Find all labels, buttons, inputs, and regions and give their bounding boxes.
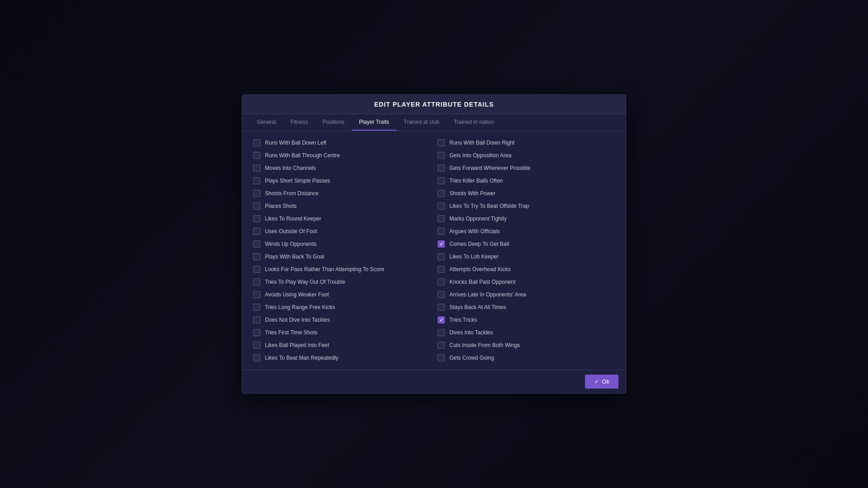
trait-item-tries_tricks[interactable]: Tries Tricks bbox=[434, 314, 618, 326]
trait-item-attempts_overhead[interactable]: Attempts Overhead Kicks bbox=[434, 263, 618, 276]
trait-label-looks_for_pass: Looks For Pass Rather Than Attempting To… bbox=[265, 266, 384, 272]
trait-label-likes_ball_feet: Likes Ball Played Into Feet bbox=[265, 342, 329, 348]
checkbox-runs_ball_right[interactable] bbox=[438, 139, 445, 146]
trait-item-uses_outside_foot[interactable]: Uses Outside Of Foot bbox=[250, 225, 434, 238]
modal-tabs: General Fitness Positions Player Traits … bbox=[242, 114, 626, 131]
checkbox-likes_offside_trap[interactable] bbox=[438, 202, 445, 210]
tab-trained-club[interactable]: Trained at club bbox=[396, 114, 447, 131]
checkbox-likes_lob_keeper[interactable] bbox=[438, 253, 445, 260]
modal-footer: ✓ Ok bbox=[242, 370, 626, 393]
tab-fitness[interactable]: Fitness bbox=[283, 114, 316, 131]
trait-item-marks_tightly[interactable]: Marks Opponent Tightly bbox=[434, 212, 618, 225]
checkbox-cuts_inside[interactable] bbox=[438, 342, 445, 349]
trait-item-places_shots[interactable]: Places Shots bbox=[250, 200, 434, 212]
trait-item-tries_first_time[interactable]: Tries First Time Shots bbox=[250, 326, 434, 339]
checkbox-argues_officials[interactable] bbox=[438, 228, 445, 235]
trait-item-likes_offside_trap[interactable]: Likes To Try To Beat Offside Trap bbox=[434, 200, 618, 212]
trait-label-plays_short_passes: Plays Short Simple Passes bbox=[265, 178, 330, 184]
trait-item-runs_ball_centre[interactable]: Runs With Ball Through Centre bbox=[250, 149, 434, 162]
trait-item-winds_up_opponents[interactable]: Winds Up Opponents bbox=[250, 238, 434, 250]
checkbox-uses_outside_foot[interactable] bbox=[253, 228, 260, 235]
checkbox-avoids_weaker_foot[interactable] bbox=[253, 291, 260, 298]
trait-item-comes_deep_ball[interactable]: Comes Deep To Get Ball bbox=[434, 238, 618, 250]
trait-label-likes_lob_keeper: Likes To Lob Keeper bbox=[449, 253, 499, 260]
trait-item-argues_officials[interactable]: Argues With Officials bbox=[434, 225, 618, 238]
trait-item-does_not_dive[interactable]: Does Not Dive Into Tackles bbox=[250, 314, 434, 326]
checkbox-dives_tackles[interactable] bbox=[438, 329, 445, 336]
checkbox-moves_channels[interactable] bbox=[253, 164, 260, 172]
checkbox-gets_opposition_area[interactable] bbox=[438, 152, 445, 159]
checkbox-looks_for_pass[interactable] bbox=[253, 266, 260, 273]
tab-player-traits[interactable]: Player Traits bbox=[352, 114, 396, 131]
trait-label-argues_officials: Argues With Officials bbox=[449, 228, 500, 235]
trait-item-tries_long_free_kicks[interactable]: Tries Long Range Free Kicks bbox=[250, 301, 434, 314]
trait-item-cuts_inside[interactable]: Cuts Inside From Both Wings bbox=[434, 339, 618, 352]
tab-general[interactable]: General bbox=[250, 114, 283, 131]
trait-item-gets_opposition_area[interactable]: Gets Into Opposition Area bbox=[434, 149, 618, 162]
trait-item-shoots_power[interactable]: Shoots With Power bbox=[434, 187, 618, 200]
checkbox-runs_ball_centre[interactable] bbox=[253, 152, 260, 159]
trait-label-does_not_dive: Does Not Dive Into Tackles bbox=[265, 317, 330, 323]
checkbox-does_not_dive[interactable] bbox=[253, 316, 260, 324]
trait-item-tries_killer_balls[interactable]: Tries Killer Balls Often bbox=[434, 174, 618, 187]
trait-item-dives_tackles[interactable]: Dives Into Tackles bbox=[434, 326, 618, 339]
trait-label-places_shots: Places Shots bbox=[265, 203, 297, 209]
trait-item-likes_beat_man[interactable]: Likes To Beat Man Repeatedly bbox=[250, 352, 434, 364]
checkbox-gets_crowd_going[interactable] bbox=[438, 354, 445, 361]
trait-item-plays_back_to_goal[interactable]: Plays With Back To Goal bbox=[250, 250, 434, 263]
checkbox-plays_short_passes[interactable] bbox=[253, 177, 260, 184]
trait-label-tries_killer_balls: Tries Killer Balls Often bbox=[449, 178, 503, 184]
checkbox-likes_round_keeper[interactable] bbox=[253, 215, 260, 222]
trait-label-likes_round_keeper: Likes To Round Keeper bbox=[265, 216, 321, 222]
trait-item-runs_ball_right[interactable]: Runs With Ball Down Right bbox=[434, 136, 618, 149]
trait-item-arrives_late[interactable]: Arrives Late In Opponents' Area bbox=[434, 288, 618, 301]
checkbox-attempts_overhead[interactable] bbox=[438, 266, 445, 273]
tab-positions[interactable]: Positions bbox=[315, 114, 352, 131]
trait-label-arrives_late: Arrives Late In Opponents' Area bbox=[449, 291, 526, 298]
checkbox-tries_first_time[interactable] bbox=[253, 329, 260, 336]
modal-header: EDIT PLAYER ATTRIBUTE DETAILS bbox=[242, 95, 626, 114]
trait-label-dives_tackles: Dives Into Tackles bbox=[449, 329, 493, 336]
trait-item-stays_back[interactable]: Stays Back At All Times bbox=[434, 301, 618, 314]
checkbox-tries_play_out_trouble[interactable] bbox=[253, 278, 260, 286]
trait-item-plays_short_passes[interactable]: Plays Short Simple Passes bbox=[250, 174, 434, 187]
trait-item-gets_forward[interactable]: Gets Forward Whenever Possible bbox=[434, 162, 618, 174]
trait-item-looks_for_pass[interactable]: Looks For Pass Rather Than Attempting To… bbox=[250, 263, 434, 276]
checkbox-places_shots[interactable] bbox=[253, 202, 260, 210]
trait-item-likes_ball_feet[interactable]: Likes Ball Played Into Feet bbox=[250, 339, 434, 352]
checkbox-tries_tricks[interactable] bbox=[438, 316, 445, 324]
trait-item-likes_lob_keeper[interactable]: Likes To Lob Keeper bbox=[434, 250, 618, 263]
trait-label-winds_up_opponents: Winds Up Opponents bbox=[265, 241, 316, 247]
trait-item-gets_crowd_going[interactable]: Gets Crowd Going bbox=[434, 352, 618, 364]
checkbox-likes_beat_man[interactable] bbox=[253, 354, 260, 361]
tab-trained-nation[interactable]: Trained in nation bbox=[447, 114, 501, 131]
checkbox-winds_up_opponents[interactable] bbox=[253, 240, 260, 248]
checkbox-marks_tightly[interactable] bbox=[438, 215, 445, 222]
checkbox-shoots_power[interactable] bbox=[438, 190, 445, 197]
checkbox-knocks_ball_past[interactable] bbox=[438, 278, 445, 286]
modal-dialog: EDIT PLAYER ATTRIBUTE DETAILS General Fi… bbox=[242, 94, 626, 394]
trait-label-shoots_distance: Shoots From Distance bbox=[265, 190, 319, 197]
trait-item-shoots_distance[interactable]: Shoots From Distance bbox=[250, 187, 434, 200]
trait-label-attempts_overhead: Attempts Overhead Kicks bbox=[449, 266, 510, 272]
trait-item-runs_ball_left[interactable]: Runs With Ball Down Left bbox=[250, 136, 434, 149]
trait-item-moves_channels[interactable]: Moves Into Channels bbox=[250, 162, 434, 174]
checkbox-stays_back[interactable] bbox=[438, 304, 445, 311]
trait-label-marks_tightly: Marks Opponent Tightly bbox=[449, 216, 507, 222]
trait-item-avoids_weaker_foot[interactable]: Avoids Using Weaker Foot bbox=[250, 288, 434, 301]
checkbox-tries_killer_balls[interactable] bbox=[438, 177, 445, 184]
checkbox-comes_deep_ball[interactable] bbox=[438, 240, 445, 248]
trait-label-gets_forward: Gets Forward Whenever Possible bbox=[449, 165, 530, 171]
checkbox-arrives_late[interactable] bbox=[438, 291, 445, 298]
trait-item-knocks_ball_past[interactable]: Knocks Ball Past Opponent bbox=[434, 276, 618, 288]
checkbox-tries_long_free_kicks[interactable] bbox=[253, 304, 260, 311]
trait-item-tries_play_out_trouble[interactable]: Tries To Play Way Out Of Trouble bbox=[250, 276, 434, 288]
checkbox-gets_forward[interactable] bbox=[438, 164, 445, 172]
checkbox-runs_ball_left[interactable] bbox=[253, 139, 260, 146]
checkbox-plays_back_to_goal[interactable] bbox=[253, 253, 260, 260]
ok-button[interactable]: ✓ Ok bbox=[585, 375, 618, 389]
trait-item-likes_round_keeper[interactable]: Likes To Round Keeper bbox=[250, 212, 434, 225]
checkbox-shoots_distance[interactable] bbox=[253, 190, 260, 197]
checkbox-likes_ball_feet[interactable] bbox=[253, 342, 260, 349]
trait-label-plays_back_to_goal: Plays With Back To Goal bbox=[265, 253, 324, 260]
